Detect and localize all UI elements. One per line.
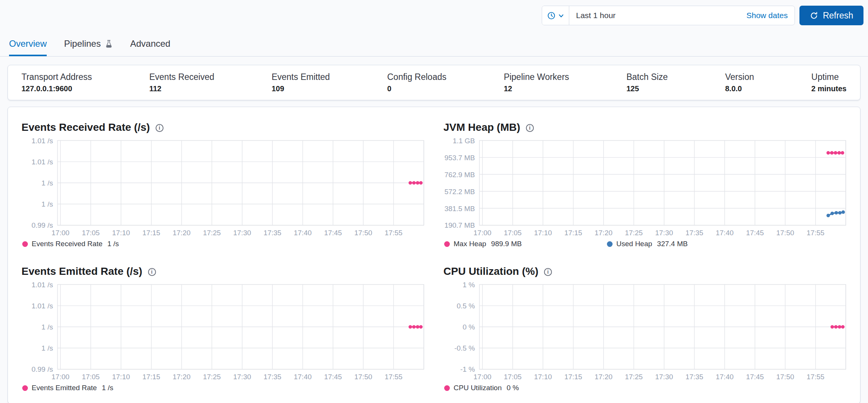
svg-text:17:30: 17:30	[233, 229, 251, 237]
svg-text:1 /s: 1 /s	[41, 344, 53, 352]
svg-text:1 /s: 1 /s	[41, 323, 53, 331]
stat-label: Batch Size	[627, 72, 668, 82]
info-icon[interactable]: i	[148, 268, 156, 276]
svg-text:17:05: 17:05	[82, 229, 99, 237]
legend-item-cpu-utilization[interactable]: CPU Utilization0 %	[444, 384, 607, 392]
svg-text:17:15: 17:15	[142, 373, 160, 381]
info-icon[interactable]: i	[526, 124, 534, 132]
svg-text:17:40: 17:40	[294, 229, 312, 237]
stat-label: Version	[725, 72, 754, 82]
legend-dot	[607, 241, 613, 247]
svg-text:-0.5 %: -0.5 %	[454, 344, 475, 352]
svg-text:17:30: 17:30	[655, 229, 673, 237]
chart-plot[interactable]: 1.01 /s1.01 /s1 /s1 /s0.99 /s17:0017:051…	[21, 282, 425, 382]
svg-text:17:35: 17:35	[263, 373, 281, 381]
legend-value: 989.9 MB	[491, 240, 522, 248]
stat-value: 109	[272, 84, 330, 93]
chart-plot[interactable]: 1 %0.5 %0 %-0.5 %-1 %17:0017:0517:1017:1…	[443, 282, 847, 382]
chart-events-emitted-rate-s: Events Emitted Rate (/s)i1.01 /s1.01 /s1…	[21, 265, 425, 392]
legend-item-max-heap[interactable]: Max Heap989.9 MB	[444, 240, 607, 248]
svg-text:17:50: 17:50	[355, 229, 372, 237]
svg-text:0.99 /s: 0.99 /s	[32, 366, 53, 374]
clock-icon	[547, 11, 556, 20]
selected-time-range: Last 1 hour	[576, 11, 616, 20]
tab-bar: Overview Pipelines Advanced	[0, 26, 868, 57]
tab-advanced[interactable]: Advanced	[130, 38, 170, 56]
stat-value: 112	[149, 84, 214, 93]
legend-label: Max Heap	[454, 240, 486, 248]
svg-text:17:30: 17:30	[233, 373, 251, 381]
info-icon[interactable]: i	[544, 268, 552, 276]
svg-text:-1 %: -1 %	[460, 366, 475, 374]
svg-text:17:25: 17:25	[625, 373, 643, 381]
show-dates-link[interactable]: Show dates	[746, 11, 788, 20]
legend-item-used-heap[interactable]: Used Heap327.4 MB	[607, 240, 770, 248]
svg-text:762.9 MB: 762.9 MB	[445, 171, 475, 179]
svg-text:17:00: 17:00	[52, 373, 69, 381]
svg-text:0 %: 0 %	[463, 323, 475, 331]
chevron-down-icon	[558, 13, 564, 18]
chart-title: Events Emitted Rate (/s)	[21, 265, 142, 277]
time-range-picker: Last 1 hour Show dates	[542, 6, 795, 25]
chart-legend: CPU Utilization0 %	[443, 384, 847, 392]
info-icon[interactable]: i	[156, 124, 164, 132]
chart-title-row: Events Emitted Rate (/s)i	[21, 265, 425, 277]
svg-text:17:15: 17:15	[564, 373, 582, 381]
chart-title: CPU Utilization (%)	[443, 265, 538, 277]
stat-value: 0	[387, 84, 446, 93]
quick-select-menu-button[interactable]	[542, 6, 569, 25]
legend-value: 1 /s	[102, 384, 113, 392]
svg-text:17:00: 17:00	[474, 229, 491, 237]
top-bar: Last 1 hour Show dates Refresh	[0, 0, 868, 26]
stat-events-received: Events Received112	[149, 72, 214, 93]
time-range-input[interactable]: Last 1 hour Show dates	[569, 6, 795, 25]
svg-text:1.01 /s: 1.01 /s	[32, 138, 53, 145]
tab-pipelines[interactable]: Pipelines	[64, 38, 113, 56]
stat-batch-size: Batch Size125	[627, 72, 668, 93]
tab-overview[interactable]: Overview	[9, 38, 47, 56]
stat-pipeline-workers: Pipeline Workers12	[504, 72, 569, 93]
svg-text:17:35: 17:35	[685, 229, 703, 237]
svg-text:17:00: 17:00	[52, 229, 69, 237]
legend-label: Used Heap	[616, 240, 652, 248]
refresh-button[interactable]: Refresh	[799, 6, 863, 25]
chart-legend: Events Emitted Rate1 /s	[21, 384, 425, 392]
svg-text:17:05: 17:05	[82, 373, 99, 381]
stat-uptime: Uptime2 minutes	[811, 72, 847, 93]
chart-plot[interactable]: 1.1 GB953.7 MB762.9 MB572.2 MB381.5 MB19…	[443, 138, 847, 238]
legend-value: 0 %	[507, 384, 519, 392]
svg-text:1 /s: 1 /s	[41, 179, 53, 187]
svg-text:17:10: 17:10	[534, 373, 552, 381]
svg-text:17:45: 17:45	[324, 373, 342, 381]
chart-plot[interactable]: 1.01 /s1.01 /s1 /s1 /s0.99 /s17:0017:051…	[21, 138, 425, 238]
legend-item-events-emitted-rate[interactable]: Events Emitted Rate1 /s	[22, 384, 185, 392]
svg-text:17:10: 17:10	[112, 373, 130, 381]
legend-label: Events Received Rate	[32, 240, 102, 248]
svg-text:17:35: 17:35	[685, 373, 703, 381]
stat-label: Pipeline Workers	[504, 72, 569, 82]
svg-text:0.5 %: 0.5 %	[457, 302, 475, 310]
svg-text:1.01 /s: 1.01 /s	[32, 282, 53, 289]
svg-text:17:05: 17:05	[504, 229, 521, 237]
svg-text:17:20: 17:20	[173, 229, 190, 237]
svg-text:17:20: 17:20	[173, 373, 190, 381]
legend-dot	[444, 241, 450, 247]
stat-config-reloads: Config Reloads0	[387, 72, 446, 93]
svg-text:381.5 MB: 381.5 MB	[445, 205, 475, 213]
svg-text:17:50: 17:50	[355, 373, 372, 381]
svg-text:17:05: 17:05	[504, 373, 521, 381]
svg-text:190.7 MB: 190.7 MB	[445, 222, 475, 230]
legend-value: 327.4 MB	[657, 240, 688, 248]
svg-text:17:40: 17:40	[294, 373, 312, 381]
charts-panel: Events Received Rate (/s)i1.01 /s1.01 /s…	[8, 107, 860, 403]
chart-legend: Max Heap989.9 MBUsed Heap327.4 MB	[443, 240, 847, 248]
chart-grid: Events Received Rate (/s)i1.01 /s1.01 /s…	[21, 121, 847, 392]
stat-value: 2 minutes	[811, 84, 847, 93]
chart-events-received-rate-s: Events Received Rate (/s)i1.01 /s1.01 /s…	[21, 121, 425, 248]
legend-item-events-received-rate[interactable]: Events Received Rate1 /s	[22, 240, 185, 248]
svg-text:1 %: 1 %	[463, 282, 475, 289]
svg-text:572.2 MB: 572.2 MB	[445, 188, 475, 196]
chart-cpu-utilization: CPU Utilization (%)i1 %0.5 %0 %-0.5 %-1 …	[443, 265, 847, 392]
svg-text:17:45: 17:45	[746, 373, 764, 381]
stat-label: Transport Address	[21, 72, 92, 82]
